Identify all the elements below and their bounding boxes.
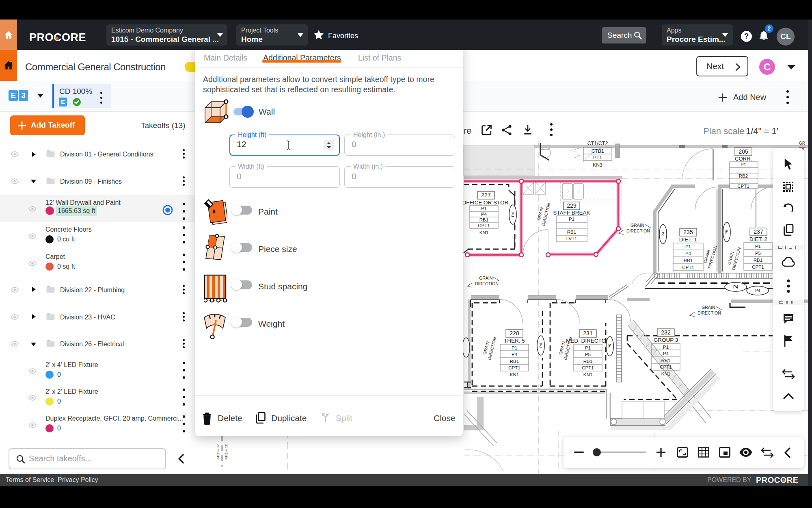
svg-text:P4: P4	[481, 212, 487, 217]
svg-text:OFFICE OR STOR.: OFFICE OR STOR.	[462, 200, 510, 206]
svg-text:P4: P4	[733, 285, 739, 289]
svg-text:GRAIN: GRAIN	[631, 223, 644, 228]
svg-text:P4: P4	[510, 212, 515, 217]
svg-text:RB1: RB1	[510, 359, 519, 364]
svg-text:231: 231	[583, 330, 593, 336]
svg-text:P1: P1	[512, 345, 517, 350]
svg-text:P1: P1	[685, 244, 691, 249]
svg-text:CPT1: CPT1	[682, 265, 694, 270]
svg-text:P4: P4	[663, 351, 669, 356]
svg-text:DIET. 1: DIET. 1	[679, 237, 697, 243]
svg-text:GROUP 3: GROUP 3	[654, 337, 678, 343]
svg-text:KN1: KN1	[510, 372, 519, 377]
svg-text:CT1/CT2: CT1/CT2	[587, 141, 608, 146]
svg-text:232: 232	[661, 329, 671, 336]
svg-text:AREA 'B': AREA 'B'	[224, 444, 228, 460]
svg-text:P4: P4	[755, 289, 760, 293]
svg-text:P4: P4	[538, 343, 543, 348]
svg-text:RB1: RB1	[754, 258, 762, 263]
svg-text:P4: P4	[685, 251, 691, 256]
svg-text:RB1: RB1	[583, 359, 592, 364]
svg-text:RB1: RB1	[661, 358, 670, 363]
svg-text:P1: P1	[741, 162, 746, 167]
svg-text:RB2: RB2	[739, 174, 748, 178]
svg-text:CPT1: CPT1	[737, 184, 749, 189]
svg-text:P1: P1	[755, 244, 761, 249]
svg-text:AREA 'A': AREA 'A'	[216, 444, 220, 460]
svg-text:GRAIN: GRAIN	[479, 276, 492, 280]
svg-text:237: 237	[754, 228, 763, 235]
svg-text:P5: P5	[724, 230, 729, 234]
svg-text:GRAIN: GRAIN	[702, 305, 715, 310]
svg-text:GR: GR	[799, 141, 805, 145]
svg-text:DIRECTION: DIRECTION	[698, 310, 721, 315]
svg-text:P4: P4	[512, 352, 518, 357]
svg-text:227: 227	[481, 192, 491, 198]
svg-text:KN1: KN1	[479, 230, 488, 235]
svg-text:205: 205	[739, 148, 748, 155]
svg-text:RB1: RB1	[567, 230, 576, 234]
svg-text:LVT1: LVT1	[566, 236, 577, 241]
svg-text:P5: P5	[755, 251, 761, 256]
svg-text:KN1: KN1	[661, 371, 670, 376]
svg-text:P4: P4	[661, 232, 665, 237]
svg-text:CORR.: CORR.	[735, 156, 752, 162]
svg-text:P5: P5	[585, 352, 591, 357]
svg-text:DIRECTION: DIRECTION	[475, 281, 499, 286]
svg-text:P1: P1	[481, 206, 487, 211]
svg-text:CPT1: CPT1	[508, 365, 520, 370]
svg-text:P5: P5	[607, 344, 612, 349]
svg-text:CPT1: CPT1	[582, 365, 594, 370]
svg-text:P1: P1	[663, 345, 669, 350]
svg-text:DIRECTION: DIRECTION	[626, 228, 650, 233]
svg-text:CPT1: CPT1	[752, 265, 764, 269]
svg-text:CTB1: CTB1	[592, 148, 604, 154]
svg-text:DIET. 2: DIET. 2	[749, 236, 767, 242]
svg-text:KN3: KN3	[593, 162, 603, 168]
svg-text:CPT1: CPT1	[478, 223, 490, 228]
svg-text:PT1: PT1	[593, 155, 602, 161]
svg-text:STAFF BREAK: STAFF BREAK	[553, 210, 590, 216]
svg-text:RB1: RB1	[684, 258, 693, 263]
svg-text:THER. 5: THER. 5	[504, 338, 525, 344]
svg-text:229: 229	[567, 202, 577, 209]
svg-text:228: 228	[510, 330, 519, 336]
svg-text:P1: P1	[585, 345, 591, 350]
svg-text:235: 235	[683, 229, 693, 235]
svg-text:P1: P1	[569, 217, 574, 221]
svg-text:KN1: KN1	[583, 372, 592, 377]
svg-text:CPT1: CPT1	[660, 365, 672, 369]
svg-text:RB1: RB1	[479, 217, 488, 222]
